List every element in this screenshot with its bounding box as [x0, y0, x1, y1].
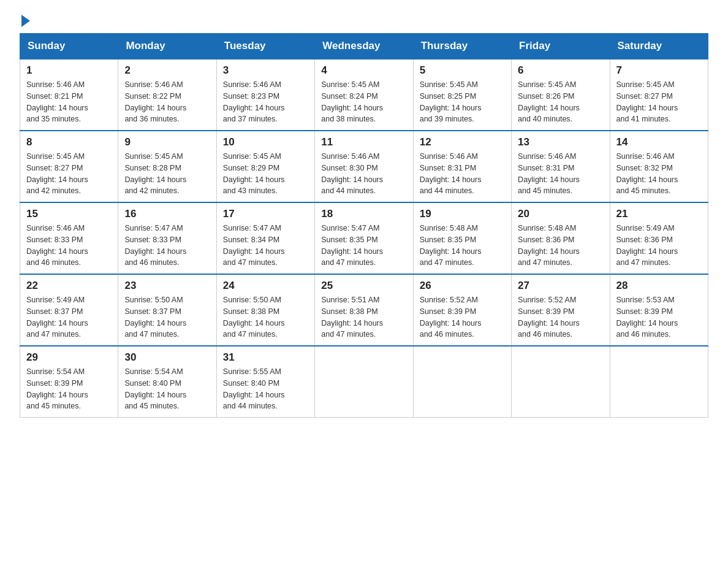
- day-info: Sunrise: 5:46 AM Sunset: 8:32 PM Dayligh…: [616, 151, 702, 197]
- calendar-cell: 4 Sunrise: 5:45 AM Sunset: 8:24 PM Dayli…: [315, 59, 413, 131]
- day-number: 27: [518, 280, 603, 292]
- weekday-header-tuesday: Tuesday: [216, 34, 314, 59]
- day-number: 29: [26, 351, 112, 364]
- calendar-week-row: 8 Sunrise: 5:45 AM Sunset: 8:27 PM Dayli…: [20, 131, 708, 202]
- weekday-header-saturday: Saturday: [610, 34, 708, 59]
- calendar-cell: [512, 346, 610, 418]
- calendar-cell: 20 Sunrise: 5:48 AM Sunset: 8:36 PM Dayl…: [512, 202, 610, 274]
- calendar-cell: 31 Sunrise: 5:55 AM Sunset: 8:40 PM Dayl…: [216, 346, 314, 418]
- day-info: Sunrise: 5:47 AM Sunset: 8:35 PM Dayligh…: [321, 223, 406, 269]
- calendar-cell: 21 Sunrise: 5:49 AM Sunset: 8:36 PM Dayl…: [610, 202, 708, 274]
- day-info: Sunrise: 5:55 AM Sunset: 8:40 PM Dayligh…: [223, 366, 308, 412]
- calendar-cell: 10 Sunrise: 5:45 AM Sunset: 8:29 PM Dayl…: [216, 131, 314, 202]
- day-number: 11: [321, 136, 406, 148]
- calendar-cell: 23 Sunrise: 5:50 AM Sunset: 8:37 PM Dayl…: [118, 274, 216, 346]
- day-number: 12: [420, 136, 505, 148]
- day-info: Sunrise: 5:46 AM Sunset: 8:22 PM Dayligh…: [124, 79, 210, 125]
- day-info: Sunrise: 5:49 AM Sunset: 8:37 PM Dayligh…: [26, 294, 112, 340]
- day-number: 14: [616, 136, 702, 148]
- calendar-table: SundayMondayTuesdayWednesdayThursdayFrid…: [20, 33, 708, 418]
- calendar-cell: 27 Sunrise: 5:52 AM Sunset: 8:39 PM Dayl…: [512, 274, 610, 346]
- calendar-cell: 28 Sunrise: 5:53 AM Sunset: 8:39 PM Dayl…: [610, 274, 708, 346]
- calendar-cell: 16 Sunrise: 5:47 AM Sunset: 8:33 PM Dayl…: [118, 202, 216, 274]
- calendar-cell: 8 Sunrise: 5:45 AM Sunset: 8:27 PM Dayli…: [20, 131, 118, 202]
- day-number: 6: [518, 64, 603, 77]
- day-number: 30: [124, 351, 210, 364]
- calendar-cell: 26 Sunrise: 5:52 AM Sunset: 8:39 PM Dayl…: [413, 274, 511, 346]
- calendar-cell: 19 Sunrise: 5:48 AM Sunset: 8:35 PM Dayl…: [413, 202, 511, 274]
- day-info: Sunrise: 5:46 AM Sunset: 8:33 PM Dayligh…: [26, 223, 112, 269]
- day-number: 15: [26, 208, 112, 220]
- day-number: 1: [26, 64, 112, 77]
- weekday-header-sunday: Sunday: [20, 34, 118, 59]
- calendar-cell: 6 Sunrise: 5:45 AM Sunset: 8:26 PM Dayli…: [512, 59, 610, 131]
- day-info: Sunrise: 5:46 AM Sunset: 8:21 PM Dayligh…: [26, 79, 112, 125]
- calendar-cell: 18 Sunrise: 5:47 AM Sunset: 8:35 PM Dayl…: [315, 202, 413, 274]
- day-info: Sunrise: 5:52 AM Sunset: 8:39 PM Dayligh…: [420, 294, 505, 340]
- calendar-cell: 22 Sunrise: 5:49 AM Sunset: 8:37 PM Dayl…: [20, 274, 118, 346]
- page-header: [20, 15, 708, 26]
- day-info: Sunrise: 5:48 AM Sunset: 8:36 PM Dayligh…: [518, 223, 603, 269]
- calendar-cell: 9 Sunrise: 5:45 AM Sunset: 8:28 PM Dayli…: [118, 131, 216, 202]
- day-info: Sunrise: 5:46 AM Sunset: 8:31 PM Dayligh…: [518, 151, 603, 197]
- calendar-week-row: 29 Sunrise: 5:54 AM Sunset: 8:39 PM Dayl…: [20, 346, 708, 418]
- day-number: 5: [420, 64, 505, 77]
- day-info: Sunrise: 5:45 AM Sunset: 8:27 PM Dayligh…: [26, 151, 112, 197]
- calendar-cell: 3 Sunrise: 5:46 AM Sunset: 8:23 PM Dayli…: [216, 59, 314, 131]
- calendar-cell: 30 Sunrise: 5:54 AM Sunset: 8:40 PM Dayl…: [118, 346, 216, 418]
- day-info: Sunrise: 5:50 AM Sunset: 8:38 PM Dayligh…: [223, 294, 308, 340]
- calendar-cell: 25 Sunrise: 5:51 AM Sunset: 8:38 PM Dayl…: [315, 274, 413, 346]
- day-info: Sunrise: 5:45 AM Sunset: 8:29 PM Dayligh…: [223, 151, 308, 197]
- day-number: 26: [420, 280, 505, 292]
- weekday-header-wednesday: Wednesday: [315, 34, 413, 59]
- calendar-cell: 7 Sunrise: 5:45 AM Sunset: 8:27 PM Dayli…: [610, 59, 708, 131]
- calendar-week-row: 22 Sunrise: 5:49 AM Sunset: 8:37 PM Dayl…: [20, 274, 708, 346]
- calendar-cell: 29 Sunrise: 5:54 AM Sunset: 8:39 PM Dayl…: [20, 346, 118, 418]
- calendar-cell: 2 Sunrise: 5:46 AM Sunset: 8:22 PM Dayli…: [118, 59, 216, 131]
- day-info: Sunrise: 5:45 AM Sunset: 8:27 PM Dayligh…: [616, 79, 702, 125]
- day-info: Sunrise: 5:47 AM Sunset: 8:34 PM Dayligh…: [223, 223, 308, 269]
- calendar-cell: 15 Sunrise: 5:46 AM Sunset: 8:33 PM Dayl…: [20, 202, 118, 274]
- day-info: Sunrise: 5:46 AM Sunset: 8:23 PM Dayligh…: [223, 79, 308, 125]
- day-info: Sunrise: 5:45 AM Sunset: 8:26 PM Dayligh…: [518, 79, 603, 125]
- calendar-cell: [315, 346, 413, 418]
- calendar-cell: [610, 346, 708, 418]
- day-number: 2: [124, 64, 210, 77]
- day-number: 13: [518, 136, 603, 148]
- day-info: Sunrise: 5:52 AM Sunset: 8:39 PM Dayligh…: [518, 294, 603, 340]
- calendar-cell: [413, 346, 511, 418]
- calendar-cell: 11 Sunrise: 5:46 AM Sunset: 8:30 PM Dayl…: [315, 131, 413, 202]
- day-number: 20: [518, 208, 603, 220]
- calendar-cell: 24 Sunrise: 5:50 AM Sunset: 8:38 PM Dayl…: [216, 274, 314, 346]
- weekday-header-thursday: Thursday: [413, 34, 511, 59]
- day-number: 18: [321, 208, 406, 220]
- calendar-cell: 1 Sunrise: 5:46 AM Sunset: 8:21 PM Dayli…: [20, 59, 118, 131]
- day-info: Sunrise: 5:54 AM Sunset: 8:40 PM Dayligh…: [124, 366, 210, 412]
- day-number: 17: [223, 208, 308, 220]
- calendar-cell: 5 Sunrise: 5:45 AM Sunset: 8:25 PM Dayli…: [413, 59, 511, 131]
- day-number: 9: [124, 136, 210, 148]
- day-info: Sunrise: 5:50 AM Sunset: 8:37 PM Dayligh…: [124, 294, 210, 340]
- day-number: 22: [26, 280, 112, 292]
- calendar-cell: 12 Sunrise: 5:46 AM Sunset: 8:31 PM Dayl…: [413, 131, 511, 202]
- weekday-header-row: SundayMondayTuesdayWednesdayThursdayFrid…: [20, 34, 708, 59]
- calendar-cell: 17 Sunrise: 5:47 AM Sunset: 8:34 PM Dayl…: [216, 202, 314, 274]
- day-number: 28: [616, 280, 702, 292]
- day-info: Sunrise: 5:46 AM Sunset: 8:30 PM Dayligh…: [321, 151, 406, 197]
- logo-triangle-icon: [21, 15, 30, 27]
- day-number: 16: [124, 208, 210, 220]
- day-number: 25: [321, 280, 406, 292]
- calendar-cell: 13 Sunrise: 5:46 AM Sunset: 8:31 PM Dayl…: [512, 131, 610, 202]
- calendar-header: SundayMondayTuesdayWednesdayThursdayFrid…: [20, 34, 708, 59]
- day-number: 4: [321, 64, 406, 77]
- day-number: 24: [223, 280, 308, 292]
- weekday-header-friday: Friday: [512, 34, 610, 59]
- day-info: Sunrise: 5:48 AM Sunset: 8:35 PM Dayligh…: [420, 223, 505, 269]
- day-info: Sunrise: 5:49 AM Sunset: 8:36 PM Dayligh…: [616, 223, 702, 269]
- day-number: 23: [124, 280, 210, 292]
- day-info: Sunrise: 5:45 AM Sunset: 8:25 PM Dayligh…: [420, 79, 505, 125]
- calendar-body: 1 Sunrise: 5:46 AM Sunset: 8:21 PM Dayli…: [20, 59, 708, 418]
- day-number: 21: [616, 208, 702, 220]
- day-number: 7: [616, 64, 702, 77]
- day-number: 8: [26, 136, 112, 148]
